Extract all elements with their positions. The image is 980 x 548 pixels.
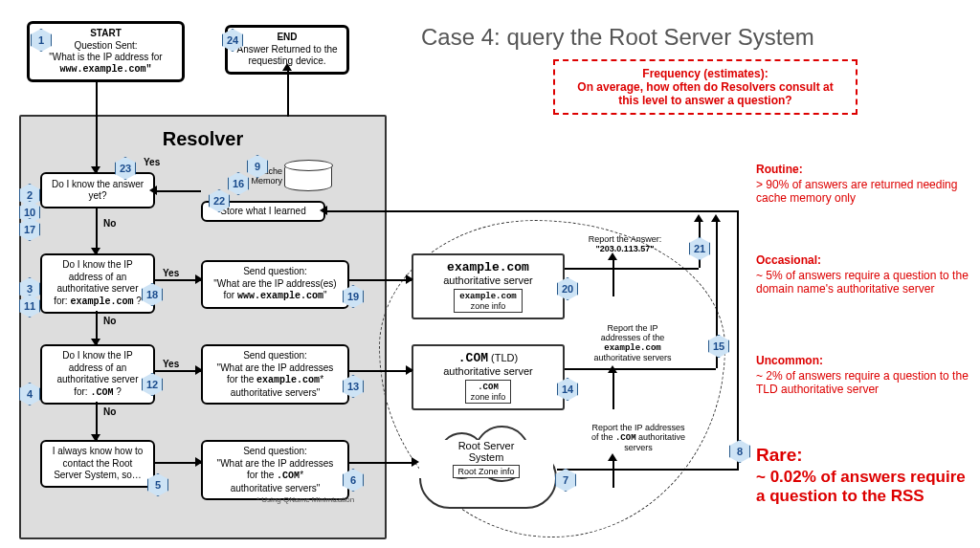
resolver-title: Resolver xyxy=(163,128,244,150)
tld-server-sub: authoritative server xyxy=(421,365,555,377)
arrowhead xyxy=(91,166,100,174)
freq-rare: Rare: ~ 0.02% of answers require a quest… xyxy=(756,445,971,506)
decision-auth-tld-l4: for: .COM ? xyxy=(48,386,147,400)
yes-label-1: Yes xyxy=(144,157,160,167)
arrow xyxy=(557,469,739,471)
start-line1: Question Sent: xyxy=(35,40,176,53)
uncommon-heading: Uncommon: xyxy=(756,354,971,367)
send-root-l2: "What are the IP addresses xyxy=(209,458,342,471)
domain-auth-server: example.com authoritative server example… xyxy=(412,253,565,319)
arrow xyxy=(612,371,614,409)
send-domain-l3: for www.example.com" xyxy=(209,290,342,303)
send-root-l1: Send question: xyxy=(209,446,342,458)
arrow xyxy=(155,370,201,372)
root-knowledge-box: I always know how to contact the Root Se… xyxy=(40,440,155,488)
arrowhead xyxy=(412,457,419,467)
arrowhead xyxy=(406,274,413,284)
arrow xyxy=(325,210,737,212)
domain-server-name: example.com xyxy=(421,260,555,274)
step-21: 21 xyxy=(689,237,710,260)
rare-heading: Rare: xyxy=(756,445,971,466)
arrow xyxy=(155,279,201,281)
send-question-tld: Send question: "What are the IP addresse… xyxy=(201,344,349,405)
decision-auth-domain-l1: Do I know the IP xyxy=(48,259,147,272)
send-tld-l1: Send question: xyxy=(209,350,342,362)
decision-auth-domain-l2: address of an xyxy=(48,272,147,284)
send-tld-l2: "What are the IP addresses xyxy=(209,362,342,375)
arrowhead xyxy=(320,206,327,215)
report-answer: Report the Answer: "203.0.113.57" xyxy=(572,234,678,253)
frequency-sub: On average, how often do Resolvers consu… xyxy=(567,80,844,107)
arrow xyxy=(612,258,614,296)
occasional-text: ~ 5% of answers require a question to th… xyxy=(756,269,971,296)
arrowhead xyxy=(195,365,203,375)
root-server-name: Root ServerSystem xyxy=(419,440,553,463)
yes-label-2: Yes xyxy=(163,268,179,278)
arrow xyxy=(287,69,289,117)
send-tld-l3: for the example.com* xyxy=(209,374,342,387)
tld-auth-server: .COM (TLD) authoritative server .COMzone… xyxy=(412,344,565,410)
decision-auth-domain-l3: authoritative server xyxy=(48,283,147,296)
freq-uncommon: Uncommon: ~ 2% of answers require a ques… xyxy=(756,354,971,396)
report-tld: Report the IP addresses of the .COM auth… xyxy=(576,423,701,452)
decision-auth-domain: Do I know the IP address of an authorita… xyxy=(40,253,155,314)
store-learned-text: Store what I learned xyxy=(220,206,306,218)
decision-know-answer: Do I know the answer yet? xyxy=(40,172,155,208)
root-server-cloud: Root ServerSystem Root Zone info xyxy=(419,448,557,509)
decision-know-answer-text: Do I know the answer yet? xyxy=(48,179,147,203)
arrowhead xyxy=(91,434,100,442)
occasional-heading: Occasional: xyxy=(756,253,971,267)
arrowhead xyxy=(282,63,292,71)
domain-server-sub: authoritative server xyxy=(421,274,555,286)
arrow xyxy=(612,459,614,488)
arrow xyxy=(737,210,739,469)
freq-occasional: Occasional: ~ 5% of answers require a qu… xyxy=(756,253,971,296)
send-root-l3: for the .COM* xyxy=(209,470,342,483)
decision-auth-tld-l3: authoritative server xyxy=(48,374,147,386)
send-tld-l4: authoritative servers" xyxy=(209,387,342,400)
freq-routine: Routine: > 90% of answers are returned n… xyxy=(756,163,971,205)
arrow xyxy=(155,190,201,192)
report-domain: Report the IP addresses of the example.c… xyxy=(580,323,685,362)
decision-auth-domain-l4: for: example.com ? xyxy=(48,296,147,309)
no-label-2: No xyxy=(103,316,116,326)
root-l1: I always know how to xyxy=(48,446,147,458)
arrowhead xyxy=(91,248,100,255)
arrow xyxy=(565,368,716,370)
arrow xyxy=(155,462,201,464)
uncommon-text: ~ 2% of answers require a question to th… xyxy=(756,369,971,396)
cache-memory-icon xyxy=(284,163,332,191)
arrowhead xyxy=(608,365,617,373)
arrow xyxy=(349,462,416,464)
end-line1: Answer Returned to the xyxy=(234,44,341,56)
diagram-title: Case 4: query the Root Server System xyxy=(421,24,814,51)
root-l2: contact the Root xyxy=(48,458,147,471)
start-line3: www.example.com" xyxy=(35,64,176,77)
arrow xyxy=(349,279,412,281)
decision-auth-tld-l2: address of an xyxy=(48,362,147,375)
frequency-heading: Frequency (estimates): xyxy=(567,67,844,80)
arrowhead xyxy=(195,457,203,467)
arrowhead xyxy=(195,274,203,284)
arrowhead xyxy=(149,186,157,195)
decision-auth-tld-l1: Do I know the IP xyxy=(48,350,147,362)
arrowhead xyxy=(406,365,413,375)
arrow xyxy=(349,370,412,372)
arrow xyxy=(96,208,98,253)
decision-auth-tld: Do I know the IP address of an authorita… xyxy=(40,344,155,405)
arrow xyxy=(565,268,699,270)
start-box: START Question Sent: "What is the IP add… xyxy=(27,21,185,82)
start-line2: "What is the IP address for xyxy=(35,52,176,64)
root-l3: Server System, so… xyxy=(48,470,147,482)
arrowhead xyxy=(608,252,617,260)
send-question-root: Send question: "What are the IP addresse… xyxy=(201,440,349,500)
end-heading: END xyxy=(234,32,341,44)
step-8: 8 xyxy=(729,440,750,463)
start-heading: START xyxy=(35,28,176,40)
send-question-domain: Send question: "What are the IP address(… xyxy=(201,260,349,309)
root-zone-info: Root Zone info xyxy=(453,465,519,478)
routine-heading: Routine: xyxy=(756,163,971,176)
send-domain-l2: "What are the IP address(es) xyxy=(209,278,342,291)
routine-text: > 90% of answers are returned needing ca… xyxy=(756,178,971,205)
no-label-1: No xyxy=(103,218,116,229)
